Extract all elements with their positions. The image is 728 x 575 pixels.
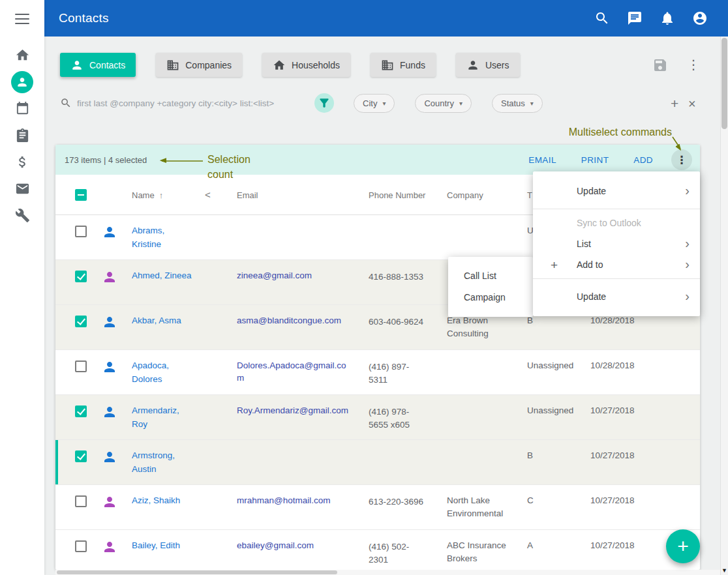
contacts-active-badge xyxy=(11,71,33,93)
horizontal-scrollbar[interactable] xyxy=(55,570,720,575)
filter-chip-country[interactable]: Country▾ xyxy=(415,94,472,113)
row-checkbox[interactable] xyxy=(75,450,87,462)
contact-email-link[interactable]: mrahman@hotmail.com xyxy=(237,495,331,505)
contact-company xyxy=(437,215,517,259)
annotation-line: count xyxy=(207,167,250,182)
menu-item-list[interactable]: List› xyxy=(533,233,700,254)
column-header-phone[interactable]: Phone Number xyxy=(359,175,437,214)
add-filter-icon[interactable]: + xyxy=(671,94,678,113)
select-all-checkbox[interactable] xyxy=(75,189,87,201)
table-row[interactable]: Aziz, Shaikh mrahman@hotmail.com 613-220… xyxy=(55,485,700,530)
email-button[interactable]: EMAIL xyxy=(528,155,556,165)
app-topbar: Contacts xyxy=(44,0,728,37)
contact-company xyxy=(437,440,517,484)
menu-item-add-to[interactable]: +Add to› xyxy=(533,254,700,275)
menu-item-call-list[interactable]: Call List xyxy=(448,265,533,287)
menu-item-campaign[interactable]: Campaign xyxy=(448,287,533,308)
row-checkbox[interactable] xyxy=(75,361,87,372)
page-title: Contacts xyxy=(59,11,109,25)
sidebar-item-tasks[interactable] xyxy=(15,122,30,149)
tab-contacts[interactable]: Contacts xyxy=(60,53,136,77)
menu-item-label: Add to xyxy=(577,259,603,270)
contact-phone: 613-220-3696 xyxy=(359,485,437,529)
save-view-button[interactable] xyxy=(652,57,668,73)
view-options-kebab-icon[interactable]: ⋮ xyxy=(686,57,701,72)
contact-email-link[interactable]: Dolores.Apadoca@gmail.com xyxy=(237,361,346,383)
sidebar-item-contacts[interactable] xyxy=(11,68,33,95)
contact-name-link[interactable]: Aziz, Shaikh xyxy=(132,495,180,505)
column-header-name[interactable]: Name↑ xyxy=(119,175,201,214)
person-avatar-icon xyxy=(102,359,117,375)
contact-email-link[interactable]: Roy.Armendariz@gmail.com xyxy=(237,405,348,415)
menu-item-update[interactable]: Update› xyxy=(533,177,700,205)
horizontal-scrollbar-thumb[interactable] xyxy=(57,570,337,574)
chat-icon[interactable] xyxy=(627,10,643,26)
row-checkbox[interactable] xyxy=(75,405,87,417)
row-checkbox[interactable] xyxy=(75,540,87,552)
person-avatar-icon xyxy=(102,539,117,555)
tab-users[interactable]: Users xyxy=(456,53,520,77)
person-avatar-icon xyxy=(102,494,117,510)
annotation-selection-count: Selection count xyxy=(207,152,250,182)
hamburger-menu-icon[interactable] xyxy=(15,14,29,27)
contact-email-link[interactable]: zineea@gmail.com xyxy=(237,271,312,280)
row-checkbox[interactable] xyxy=(75,495,87,507)
search-icon[interactable] xyxy=(594,10,610,26)
row-checkbox[interactable] xyxy=(75,271,87,282)
row-checkbox[interactable] xyxy=(75,226,87,237)
contact-company xyxy=(437,395,517,439)
menu-item-label: List xyxy=(577,239,591,249)
dollar-icon xyxy=(15,155,30,170)
table-row[interactable]: Armendariz, Roy Roy.Armendariz@gmail.com… xyxy=(55,395,700,440)
table-row[interactable]: Armstrong, Austin B 10/27/2018 xyxy=(55,440,700,485)
sidebar-item-calendar[interactable] xyxy=(15,95,30,122)
search-input[interactable] xyxy=(77,98,307,108)
table-row[interactable]: Bailey, Edith ebailey@gmail.com (416) 50… xyxy=(55,530,700,570)
contact-name-link[interactable]: Akbar, Asma xyxy=(132,316,181,325)
plus-icon: + xyxy=(677,535,689,557)
account-icon[interactable] xyxy=(692,10,708,26)
table-row[interactable]: Apadoca, Dolores Dolores.Apadoca@gmail.c… xyxy=(55,350,700,395)
sidebar-item-mail[interactable] xyxy=(15,175,30,202)
tab-households[interactable]: Households xyxy=(262,53,350,77)
clear-filters-icon[interactable]: × xyxy=(688,94,696,113)
row-checkbox[interactable] xyxy=(75,316,87,327)
menu-divider xyxy=(533,278,700,279)
filter-chip-city[interactable]: City▾ xyxy=(354,94,395,113)
column-header-company[interactable]: Company xyxy=(437,175,517,214)
contact-name-link[interactable]: Apadoca, Dolores xyxy=(132,361,169,384)
contact-name-link[interactable]: Armendariz, Roy xyxy=(132,405,179,429)
sidebar-item-money[interactable] xyxy=(15,149,30,175)
contact-name-link[interactable]: Ahmed, Zineea xyxy=(132,271,192,280)
header-label: Name xyxy=(132,190,155,200)
menu-item-update-2[interactable]: Update› xyxy=(533,282,700,311)
add-contact-fab[interactable]: + xyxy=(666,529,700,563)
sidebar-item-home[interactable] xyxy=(15,42,30,68)
chevron-down-icon: ▾ xyxy=(459,100,463,107)
contact-email-link[interactable]: ebailey@gmail.com xyxy=(237,540,314,550)
chevron-right-icon: › xyxy=(685,289,690,302)
vertical-scrollbar[interactable]: ▼ xyxy=(720,37,728,575)
person-avatar-icon xyxy=(102,449,117,465)
filter-button[interactable] xyxy=(314,93,334,113)
notifications-icon[interactable] xyxy=(660,10,675,26)
print-button[interactable]: PRINT xyxy=(581,155,609,165)
building-icon xyxy=(166,59,179,72)
plus-icon: + xyxy=(551,259,558,271)
sidebar-item-tools[interactable] xyxy=(15,202,30,229)
contact-date: 10/27/2018 xyxy=(574,530,646,570)
contact-name-link[interactable]: Abrams, Kristine xyxy=(132,226,164,249)
filter-chip-status[interactable]: Status▾ xyxy=(492,94,543,113)
menu-item-label: Update xyxy=(577,291,606,302)
house-icon xyxy=(273,59,286,72)
multiselect-kebab-icon[interactable]: ⋮ xyxy=(671,149,692,170)
tab-companies[interactable]: Companies xyxy=(156,53,242,77)
contact-email-link[interactable]: asma@blanditcongue.com xyxy=(237,316,341,325)
scroll-down-icon[interactable]: ▼ xyxy=(721,567,728,574)
contact-name-link[interactable]: Armstrong, Austin xyxy=(132,450,175,474)
contact-name-link[interactable]: Bailey, Edith xyxy=(132,540,180,550)
vertical-scrollbar-thumb[interactable] xyxy=(721,38,727,129)
add-button[interactable]: ADD xyxy=(633,155,653,165)
contact-company: North Lake Environmental xyxy=(437,485,517,529)
tab-funds[interactable]: Funds xyxy=(371,53,436,77)
